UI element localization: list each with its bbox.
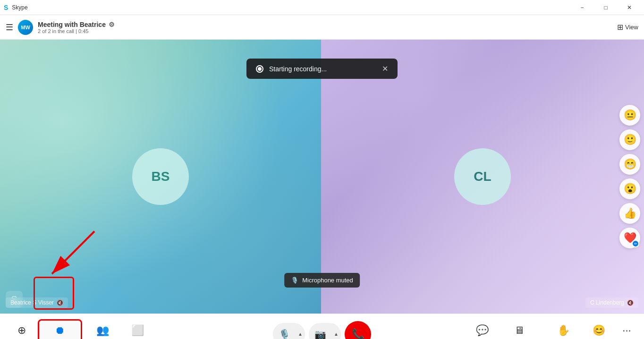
- hamburger-menu[interactable]: ☰: [6, 22, 13, 33]
- name-badge-right: C Lindenberg 🔇: [585, 297, 638, 308]
- user-avatar: MW: [18, 20, 33, 35]
- react-button[interactable]: 😊 React ❤: [588, 322, 610, 339]
- react-icon: 😊: [593, 324, 605, 337]
- emoji-wow-button[interactable]: 😮: [619, 178, 640, 199]
- emoji-grin-button[interactable]: 😁: [619, 154, 640, 175]
- mic-muted-icon-btn: 🎙️: [279, 329, 290, 339]
- meeting-header-left: ☰ MW Meeting with Beatrice ⚙ 2 of 2 in t…: [6, 20, 115, 35]
- mic-muted-icon: 🎙️: [291, 277, 298, 284]
- participants-button[interactable]: 👥 Participants: [84, 321, 120, 339]
- meeting-header: ☰ MW Meeting with Beatrice ⚙ 2 of 2 in t…: [0, 15, 644, 40]
- emoji-thumbsup-button[interactable]: 👍: [619, 203, 640, 224]
- captions-button[interactable]: ⬜ Captions: [123, 321, 153, 339]
- mic-toggle-button[interactable]: 🎙️: [273, 323, 296, 339]
- close-button[interactable]: ✕: [619, 0, 640, 15]
- camera-control: 📷 ▲: [309, 323, 341, 339]
- settings-icon[interactable]: ⚙: [109, 21, 115, 28]
- recording-dot-inner: [258, 67, 262, 71]
- minimize-button[interactable]: −: [571, 0, 593, 15]
- titlebar: S Skype − □ ✕: [0, 0, 644, 15]
- end-call-icon: 📞: [352, 328, 364, 339]
- meeting-title-area: Meeting with Beatrice ⚙ 2 of 2 in the ca…: [38, 21, 115, 34]
- captions-icon: ⬜: [131, 324, 144, 337]
- toolbar-left: ⊕ Invite ⏺ Stop recordi... 👥 Participant…: [8, 319, 153, 339]
- recording-close-button[interactable]: ✕: [382, 64, 388, 73]
- raise-hand-button[interactable]: ✋ Raise Hand: [546, 322, 581, 339]
- camera-dropdown-button[interactable]: ▲: [331, 323, 341, 339]
- name-badge-left: Beatrice S Visser 🔇: [6, 297, 68, 308]
- share-screen-button[interactable]: 🖥 Share screen: [500, 322, 538, 339]
- app-title: Skype: [12, 4, 27, 11]
- mute-icon-left: 🔇: [57, 300, 63, 306]
- more-button[interactable]: ··· More: [617, 322, 636, 339]
- meeting-header-right: ⊞ View: [617, 23, 638, 32]
- camera-toggle-button[interactable]: 📷: [309, 323, 331, 339]
- toolbar-right: 💬 Chat 🖥 Share screen ✋ Raise Hand 😊 Rea…: [472, 322, 636, 339]
- participant-avatar-left: BS: [132, 148, 189, 205]
- emoji-sidebar: 😐 🙂 😁 😮 👍 ❤️ ✏: [616, 101, 644, 252]
- window-controls: − □ ✕: [571, 0, 640, 15]
- more-icon: ···: [622, 324, 631, 337]
- mic-dropdown-button[interactable]: ▲: [296, 323, 305, 339]
- participants-icon: 👥: [96, 324, 109, 337]
- maximize-button[interactable]: □: [595, 0, 617, 15]
- toolbar: ⊕ Invite ⏺ Stop recordi... 👥 Participant…: [0, 314, 644, 339]
- meeting-title: Meeting with Beatrice ⚙: [38, 21, 115, 28]
- mic-control: 🎙️ ▲: [273, 323, 305, 339]
- chat-button[interactable]: 💬 Chat: [472, 322, 492, 339]
- video-panel-right: CL C Lindenberg 🔇: [321, 40, 644, 314]
- chat-icon: 💬: [476, 324, 489, 337]
- invite-button[interactable]: ⊕ Invite: [8, 321, 36, 339]
- stop-recording-button[interactable]: ⏺ Stop recordi...: [38, 319, 82, 339]
- skype-logo: S: [4, 4, 8, 11]
- titlebar-left: S Skype: [4, 4, 28, 11]
- recording-dot: [256, 65, 263, 73]
- invite-icon: ⊕: [17, 324, 26, 337]
- emoji-neutral-button[interactable]: 😐: [619, 105, 640, 126]
- view-button[interactable]: ⊞ View: [617, 23, 638, 32]
- video-panel-left: BS S Beatrice S Visser 🔇: [0, 40, 321, 314]
- mute-icon-right: 🔇: [627, 300, 634, 306]
- participant-avatar-right: CL: [454, 148, 511, 205]
- meeting-subtitle: 2 of 2 in the call | 0:45: [38, 28, 115, 34]
- mic-muted-text: Microphone muted: [302, 277, 353, 284]
- video-container: Starting recording... ✕ BS S Beatrice S …: [0, 40, 644, 314]
- mic-muted-tooltip: 🎙️ Microphone muted: [284, 273, 360, 288]
- raise-hand-icon: ✋: [557, 324, 570, 337]
- stop-recording-icon: ⏺: [55, 324, 65, 337]
- recording-text: Starting recording...: [269, 65, 376, 73]
- share-screen-icon: 🖥: [514, 324, 525, 337]
- heart-edit-badge: ✏: [632, 240, 639, 247]
- emoji-heart-area: ❤️ ✏: [619, 228, 640, 248]
- camera-off-icon: 📷: [314, 329, 326, 339]
- emoji-smile-button[interactable]: 🙂: [619, 129, 640, 150]
- toolbar-center: 🎙️ ▲ 📷 ▲ 📞: [273, 321, 371, 339]
- end-call-button[interactable]: 📞: [345, 321, 371, 339]
- grid-icon: ⊞: [617, 23, 623, 32]
- recording-toast: Starting recording... ✕: [246, 59, 398, 79]
